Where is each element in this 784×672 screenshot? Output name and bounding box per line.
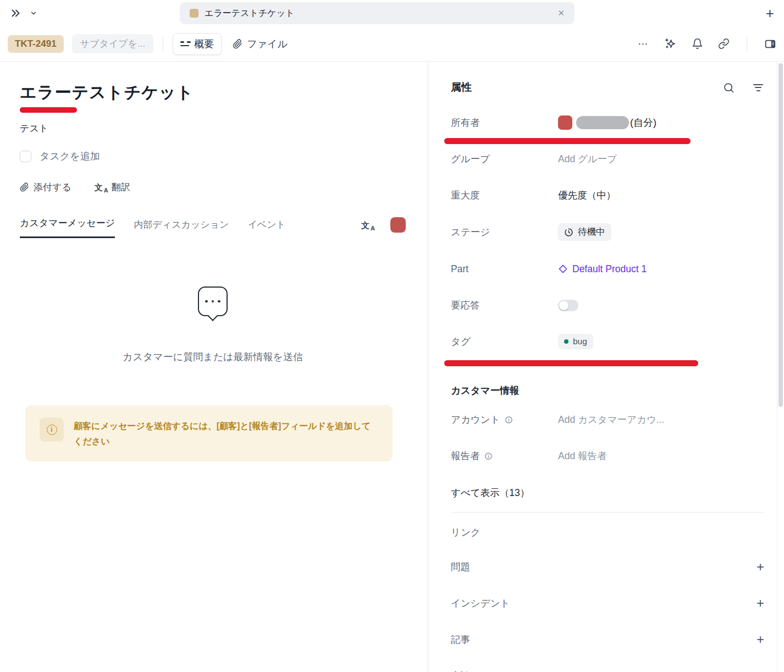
articles-label: 記事 xyxy=(451,633,470,646)
tag-color-dot xyxy=(564,339,568,344)
stage-value: 待機中 xyxy=(578,226,605,238)
empty-chat-bubble-icon xyxy=(198,287,228,316)
filter-icon[interactable] xyxy=(753,84,763,91)
info-icon: i xyxy=(40,417,64,442)
ticket-toolbar: TKT-2491 サブタイプを... 概要 ファイル ⋯ xyxy=(0,26,784,62)
product-diamond-icon xyxy=(558,264,568,274)
sidebar-divider xyxy=(451,512,764,513)
red-annotation-tags-underline xyxy=(444,360,698,366)
group-label: グループ xyxy=(451,152,558,166)
articles-row: 記事 + xyxy=(451,631,764,648)
owner-avatar xyxy=(558,115,572,130)
group-add-value[interactable]: Add グループ xyxy=(558,152,617,166)
tab-title: エラーテストチケット xyxy=(205,8,294,19)
needs-response-field: 要応答 xyxy=(451,297,773,313)
copy-link-icon[interactable] xyxy=(718,38,730,49)
paperclip-icon xyxy=(20,183,29,192)
owner-self-suffix: (自分) xyxy=(630,116,656,129)
task-checkbox[interactable] xyxy=(20,151,31,162)
files-label: ファイル xyxy=(247,37,288,51)
add-issue-button[interactable]: + xyxy=(757,560,764,574)
toolbar-divider xyxy=(163,37,163,51)
clock-waiting-icon xyxy=(564,228,573,237)
ticket-title[interactable]: エラーテストチケット xyxy=(20,81,406,104)
owner-name-redacted xyxy=(576,116,629,129)
account-field: アカウント Add カスタマーアカウ... xyxy=(451,411,773,428)
ai-sparkle-icon[interactable] xyxy=(664,37,677,50)
part-link[interactable]: Default Product 1 xyxy=(558,263,647,275)
account-add-value[interactable]: Add カスタマーアカウ... xyxy=(558,413,664,426)
owner-label: 所有者 xyxy=(451,116,558,129)
tab-files[interactable]: ファイル xyxy=(233,37,288,51)
add-incident-button[interactable]: + xyxy=(757,597,764,610)
part-label: Part xyxy=(451,263,558,275)
subtype-input[interactable]: サブタイプを... xyxy=(72,34,154,53)
tab-overview[interactable]: 概要 xyxy=(173,33,222,55)
reporter-label: 報告者 xyxy=(451,449,558,462)
window-tab-bar: エラーテストチケット ✕ + xyxy=(0,0,784,26)
sidebar-scrollbar-track xyxy=(777,62,784,672)
overview-icon xyxy=(180,41,189,46)
add-task-row[interactable]: タスクを追加 xyxy=(20,150,406,163)
ticket-description[interactable]: テスト xyxy=(20,122,406,135)
incidents-row: インシデント + xyxy=(451,595,764,612)
attributes-header: 属性 xyxy=(451,80,472,95)
translate-button[interactable]: 文A 翻訳 xyxy=(95,181,130,194)
account-label: アカウント xyxy=(451,413,558,426)
reporter-field: 報告者 Add 報告者 xyxy=(451,448,773,464)
search-icon[interactable] xyxy=(723,82,735,93)
tab-internal-discussion[interactable]: 内部ディスカッション xyxy=(134,218,229,238)
tags-field: タグ bug xyxy=(451,333,773,350)
info-icon xyxy=(505,416,513,424)
red-annotation-owner-underline xyxy=(444,138,691,144)
close-tab-icon[interactable]: ✕ xyxy=(557,8,565,18)
show-all-button[interactable]: すべて表示（13） xyxy=(451,486,773,499)
tag-badge[interactable]: bug xyxy=(558,334,593,349)
owner-value[interactable]: (自分) xyxy=(558,115,656,130)
links-header: リンク xyxy=(451,526,773,539)
attach-label: 添付する xyxy=(34,181,71,194)
info-icon xyxy=(484,452,493,460)
stage-badge[interactable]: 待機中 xyxy=(558,223,611,241)
toggle-side-panel-icon[interactable] xyxy=(764,38,776,50)
reporter-add-value[interactable]: Add 報告者 xyxy=(558,449,607,462)
part-value: Default Product 1 xyxy=(572,263,647,275)
incidents-label: インシデント xyxy=(451,597,510,610)
user-avatar[interactable] xyxy=(390,217,406,233)
more-actions-icon[interactable]: ⋯ xyxy=(638,37,649,50)
empty-state-message: カスタマーに質問または最新情報を送信 xyxy=(20,350,406,363)
notifications-bell-icon[interactable] xyxy=(692,38,703,49)
stage-field: ステージ 待機中 xyxy=(451,223,773,241)
ticket-tab[interactable]: エラーテストチケット ✕ xyxy=(180,2,575,24)
chevron-down-icon[interactable] xyxy=(30,9,37,17)
attach-button[interactable]: 添付する xyxy=(20,181,71,194)
overview-label: 概要 xyxy=(194,37,214,51)
issues-label: 問題 xyxy=(451,560,470,574)
new-tab-button[interactable]: + xyxy=(766,6,774,20)
ticket-color-swatch-icon xyxy=(190,9,198,18)
stage-label: ステージ xyxy=(451,225,558,239)
add-task-label: タスクを追加 xyxy=(40,150,100,163)
translate-label: 翻訳 xyxy=(112,181,130,194)
tags-label: タグ xyxy=(451,335,558,348)
tab-customer-messages[interactable]: カスタマーメッセージ xyxy=(20,217,115,238)
customer-fields-notice: i 顧客にメッセージを送信するには、[顧客]と[報告者]フィールドを追加してくだ… xyxy=(25,405,393,461)
needs-response-label: 要応答 xyxy=(451,299,558,312)
add-article-button[interactable]: + xyxy=(757,633,764,646)
severity-value[interactable]: 優先度（中） xyxy=(558,189,616,202)
red-annotation-title-underline xyxy=(20,107,77,113)
customer-info-header: カスタマー情報 xyxy=(451,384,773,397)
tag-name: bug xyxy=(573,337,587,346)
collapse-panel-icon[interactable] xyxy=(10,7,22,19)
needs-response-toggle[interactable] xyxy=(558,300,578,311)
severity-field: 重大度 優先度（中） xyxy=(451,187,773,203)
sidebar-scrollbar-thumb[interactable] xyxy=(779,63,783,407)
opportunities-row: 商談 + xyxy=(451,668,764,672)
ticket-id-badge[interactable]: TKT-2491 xyxy=(8,35,64,53)
add-opportunity-button[interactable]: + xyxy=(757,669,764,672)
owner-field: 所有者 (自分) xyxy=(451,114,773,131)
paperclip-icon xyxy=(233,39,242,49)
issues-row: 問題 + xyxy=(451,559,764,575)
tab-events[interactable]: イベント xyxy=(247,218,286,238)
translate-toggle-icon[interactable]: 文A xyxy=(361,221,374,229)
